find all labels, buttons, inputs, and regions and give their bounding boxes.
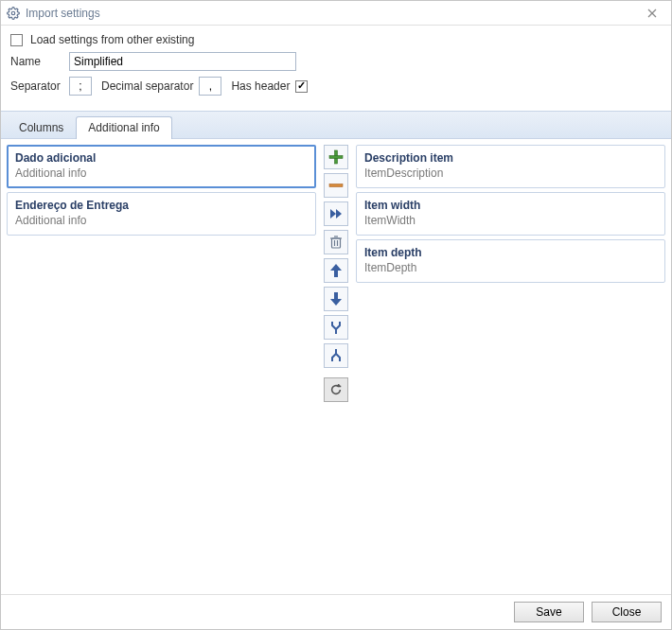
load-from-existing-checkbox[interactable] bbox=[10, 34, 23, 46]
refresh-icon bbox=[329, 383, 343, 396]
name-input[interactable] bbox=[69, 52, 296, 71]
add-button[interactable] bbox=[324, 145, 348, 169]
has-header-label: Has header bbox=[231, 79, 290, 93]
refresh-button[interactable] bbox=[324, 377, 348, 402]
svg-marker-14 bbox=[330, 292, 342, 306]
item-subtitle: Additional info bbox=[15, 214, 308, 227]
close-icon[interactable] bbox=[639, 4, 665, 23]
svg-marker-7 bbox=[336, 209, 342, 219]
tab-label: Additional info bbox=[88, 121, 159, 134]
item-subtitle: ItemDescription bbox=[364, 166, 657, 180]
arrow-up-icon bbox=[329, 263, 343, 278]
trash-icon bbox=[329, 235, 343, 250]
delete-button[interactable] bbox=[324, 230, 348, 254]
list-item[interactable]: Description item ItemDescription bbox=[356, 145, 665, 188]
tab-columns[interactable]: Columns bbox=[7, 116, 76, 139]
dialog-title: Import settings bbox=[26, 7, 639, 20]
item-title: Dado adicional bbox=[15, 151, 308, 165]
minus-icon bbox=[328, 178, 344, 193]
content-area: Dado adicional Additional info Endereço … bbox=[1, 139, 671, 595]
footer: Save Close bbox=[1, 595, 671, 629]
move-up-button[interactable] bbox=[324, 258, 348, 283]
name-label: Name bbox=[10, 55, 63, 68]
close-button[interactable]: Close bbox=[592, 602, 662, 622]
svg-marker-13 bbox=[330, 264, 342, 277]
move-down-button[interactable] bbox=[324, 287, 348, 311]
merge-icon bbox=[328, 320, 344, 335]
double-right-icon bbox=[328, 206, 344, 221]
arrow-down-icon bbox=[329, 291, 343, 306]
list-item[interactable]: Endereço de Entrega Additional info bbox=[7, 192, 316, 236]
left-list: Dado adicional Additional info Endereço … bbox=[7, 145, 316, 588]
dialog-window: Import settings Load settings from other… bbox=[0, 0, 672, 630]
titlebar: Import settings bbox=[1, 1, 671, 26]
item-subtitle: ItemWidth bbox=[364, 214, 657, 227]
svg-marker-6 bbox=[330, 209, 336, 219]
item-title: Endereço de Entrega bbox=[15, 199, 308, 212]
item-title: Item width bbox=[364, 199, 657, 212]
item-title: Description item bbox=[364, 151, 657, 165]
center-toolbar bbox=[322, 145, 350, 588]
list-item[interactable]: Item width ItemWidth bbox=[356, 192, 665, 236]
list-item[interactable]: Dado adicional Additional info bbox=[7, 145, 316, 188]
gear-icon bbox=[7, 7, 20, 20]
tab-additional-info[interactable]: Additional info bbox=[76, 116, 171, 139]
item-subtitle: ItemDepth bbox=[364, 261, 657, 274]
svg-rect-4 bbox=[329, 156, 343, 159]
split-icon bbox=[328, 348, 344, 363]
svg-rect-8 bbox=[332, 238, 341, 248]
svg-point-0 bbox=[11, 11, 15, 15]
remove-button[interactable] bbox=[324, 173, 348, 198]
save-button[interactable]: Save bbox=[514, 602, 584, 622]
form-area: Load settings from other existing Name S… bbox=[1, 26, 671, 111]
item-subtitle: Additional info bbox=[15, 166, 308, 180]
tab-label: Columns bbox=[19, 121, 63, 134]
svg-rect-5 bbox=[329, 184, 343, 187]
merge-button[interactable] bbox=[324, 315, 348, 340]
split-button[interactable] bbox=[324, 343, 348, 368]
decimal-separator-label: Decimal separator bbox=[101, 79, 193, 93]
tabstrip: Columns Additional info bbox=[1, 111, 671, 139]
plus-icon bbox=[328, 149, 344, 165]
separator-input[interactable] bbox=[69, 77, 92, 96]
decimal-separator-input[interactable] bbox=[199, 77, 221, 96]
has-header-checkbox[interactable] bbox=[295, 80, 308, 93]
load-from-existing-label: Load settings from other existing bbox=[30, 33, 194, 46]
right-list: Description item ItemDescription Item wi… bbox=[356, 145, 665, 588]
item-title: Item depth bbox=[364, 246, 657, 259]
move-all-right-button[interactable] bbox=[324, 201, 348, 226]
separator-label: Separator bbox=[10, 79, 63, 93]
list-item[interactable]: Item depth ItemDepth bbox=[356, 239, 665, 283]
